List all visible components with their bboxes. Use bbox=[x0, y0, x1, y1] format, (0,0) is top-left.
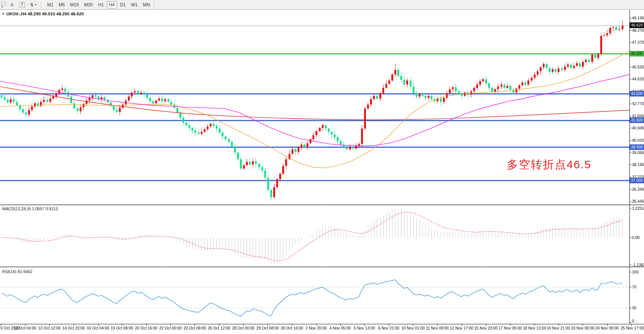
macd-axis-label: 1.2251 bbox=[632, 206, 644, 211]
date-axis-label: 25 Nov 17:00 bbox=[621, 326, 644, 330]
mt4-window: F A T ⇅ ▾ M1 M5 M15 M30 H1 H4 D1 W1 MN ▼… bbox=[0, 0, 644, 334]
date-axis-label: 24 Nov 09:00 bbox=[595, 326, 619, 330]
rsi-indicator-label: RSI(14) 81.5662 bbox=[2, 269, 33, 274]
price-tick-label: 42.770 bbox=[632, 101, 644, 106]
timeframe-button-h4[interactable]: H4 bbox=[107, 1, 117, 9]
date-axis-label: 14 Oct 20:00 bbox=[61, 326, 86, 330]
date-axis-label: 28 Oct 00:00 bbox=[231, 326, 256, 330]
date-axis-label: 26 Oct 12:00 bbox=[207, 326, 231, 330]
timeframe-button-m1[interactable]: M1 bbox=[45, 1, 56, 9]
date-axis-label: 13 Oct 12:00 bbox=[37, 326, 62, 330]
price-tick-label: 48.270 bbox=[632, 28, 644, 33]
timeframe-button-w1[interactable]: W1 bbox=[129, 1, 140, 9]
collapse-triangle-icon[interactable]: ▼ bbox=[2, 12, 5, 16]
toolbar-grip-label: F bbox=[1, 6, 3, 9]
rsi-name: RSI(14) bbox=[2, 269, 16, 274]
price-tick-label: 36.345 bbox=[632, 187, 644, 192]
toolbar: F A T ⇅ ▾ M1 M5 M15 M30 H1 H4 D1 W1 MN bbox=[0, 0, 644, 10]
toolbar-grip-icon[interactable]: F bbox=[1, 1, 6, 9]
date-axis-label: 18 Nov 13:00 bbox=[522, 326, 547, 330]
date-axis-label: 12 Oct 04:00 bbox=[13, 326, 37, 330]
timeframe-button-m30[interactable]: M30 bbox=[82, 1, 95, 9]
price-tick-label: 39.095 bbox=[632, 150, 644, 155]
blue-level-price-box: 37.000 bbox=[630, 178, 644, 183]
macd-axis-label: -1.1383 bbox=[632, 262, 644, 267]
price-tick-label: 40.020 bbox=[632, 138, 644, 143]
price-tick-label: 40.945 bbox=[632, 125, 644, 131]
timeframe-button-h1[interactable]: H1 bbox=[96, 1, 106, 9]
date-axis-label: 5 Nov 13:00 bbox=[352, 326, 377, 330]
blue-level-price-box: 39.500 bbox=[630, 144, 644, 150]
chevron-down-icon: ▾ bbox=[35, 3, 36, 6]
date-axis-label: 2 Nov 20:00 bbox=[304, 326, 329, 330]
date-axis-label: 12 Nov 17:00 bbox=[449, 326, 474, 330]
blue-level-price-box: 43.500 bbox=[630, 91, 644, 96]
macd-axis-label: 0.00 bbox=[632, 235, 640, 240]
label-tool-icon: T bbox=[19, 2, 25, 7]
macd-indicator-label: MACD(12,26,9) 1.0657 0.9113 bbox=[2, 206, 58, 211]
date-axis-label: 16 Oct 04:00 bbox=[86, 326, 110, 330]
green-level-price-box: 46.500 bbox=[630, 51, 644, 56]
date-axis-label: 22 Oct 00:00 bbox=[158, 326, 183, 330]
rsi-axis-label: 0 bbox=[632, 318, 634, 324]
date-axis-label: 15 Nov 23:00 bbox=[474, 326, 498, 330]
price-tick-label: 44.620 bbox=[632, 76, 644, 82]
macd-values: 1.0657 0.9113 bbox=[32, 206, 58, 211]
date-axis-label: 19 Oct 08:00 bbox=[110, 326, 134, 330]
rsi-values: 81.5662 bbox=[18, 269, 33, 274]
timeframe-button-m15[interactable]: M15 bbox=[68, 1, 81, 9]
date-axis-label: 6 Nov 21:00 bbox=[376, 326, 401, 330]
date-axis-label: 20 Oct 16:00 bbox=[134, 326, 158, 330]
timeframe-button-mn[interactable]: MN bbox=[141, 1, 152, 9]
date-axis-label: 10 Nov 01:00 bbox=[401, 326, 425, 330]
timeframe-button-d1[interactable]: D1 bbox=[118, 1, 128, 9]
rsi-axis-label: 30 bbox=[632, 305, 637, 310]
date-axis-label: 29 Oct 08:00 bbox=[255, 326, 280, 330]
symbol-ohlc-text: UKOil-,H4 48.290 49.010 48.260 48.620 bbox=[6, 12, 84, 16]
timeframe-button-m5[interactable]: M5 bbox=[56, 1, 67, 9]
date-axis-label: 4 Nov 05:00 bbox=[328, 326, 352, 330]
rsi-axis-label: 100 bbox=[632, 269, 639, 275]
label-tool-button[interactable]: T bbox=[17, 1, 27, 9]
price-tick-label: 38.195 bbox=[632, 162, 644, 167]
grip-dots-icon bbox=[1, 1, 6, 6]
cursor-tool-button[interactable]: ⇅ ▾ bbox=[28, 1, 38, 9]
date-axis-label: 23 Nov 00:00 bbox=[570, 326, 595, 330]
date-axis-label: 19 Nov 21:00 bbox=[546, 326, 571, 330]
annotation-text: 多空转折点46.5 bbox=[507, 157, 591, 172]
price-tick-label: 49.195 bbox=[632, 15, 644, 21]
macd-name: MACD(12,26,9) bbox=[2, 206, 31, 211]
date-axis-label: 17 Nov 05:00 bbox=[498, 326, 523, 330]
date-axis-label: 11 Nov 09:00 bbox=[425, 326, 450, 330]
price-tick-label: 35.445 bbox=[632, 199, 644, 204]
price-tick-label: 45.520 bbox=[632, 64, 644, 70]
blue-level-price-box: 41.500 bbox=[630, 117, 644, 123]
cursor-tool-icon: ⇅ bbox=[30, 2, 34, 7]
toolbar-separator bbox=[41, 1, 43, 9]
date-axis-label: 23 Oct 08:00 bbox=[182, 326, 207, 330]
chart-title: ▼UKOil-,H4 48.290 49.010 48.260 48.620 bbox=[2, 12, 84, 16]
toolbar-separator bbox=[154, 1, 156, 9]
text-tool-button[interactable]: A bbox=[7, 1, 16, 9]
price-tick-label: 47.370 bbox=[632, 40, 644, 45]
current-price-box: 48.620 bbox=[630, 22, 644, 28]
date-axis-label: 30 Oct 16:00 bbox=[280, 326, 304, 330]
rsi-axis-label: 70 bbox=[632, 284, 637, 289]
